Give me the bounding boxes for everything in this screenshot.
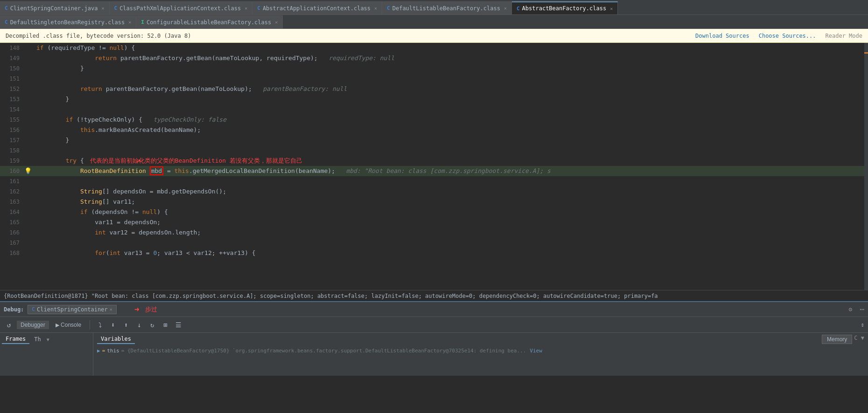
view-link[interactable]: View: [530, 346, 542, 356]
download-sources-link[interactable]: Download Sources: [695, 33, 749, 39]
var-value: = {DefaultListableBeanFactory@1750} `org…: [121, 346, 526, 356]
code-line-148: 148 if (requiredType != null) {: [0, 43, 864, 53]
toolbar-separator: [90, 320, 90, 330]
code-line-149: 149 return parentBeanFactory.getBean(nam…: [0, 53, 864, 63]
notice-links: Download Sources Choose Sources... Reade…: [695, 33, 862, 39]
debug-tooltip-bar: {RootBeanDefinition@1871} "Root bean: cl…: [0, 290, 868, 301]
code-line-168: 168 for(int var13 = 0; var13 < var12; ++…: [0, 248, 864, 258]
memory-area: Memory C ▼: [818, 333, 868, 376]
tab-ClientSpringContainer[interactable]: C ClientSpringContainer.java ✕: [0, 1, 110, 14]
step-out-button[interactable]: ⬆: [121, 320, 131, 330]
grid-view-button[interactable]: ⊞: [160, 320, 170, 330]
reader-mode-link[interactable]: Reader Mode: [826, 33, 862, 39]
choose-sources-link[interactable]: Choose Sources...: [759, 33, 816, 39]
class-file-icon5: C: [5, 19, 8, 25]
debugger-tab-button[interactable]: Debugger: [17, 321, 49, 329]
class-file-icon3: C: [387, 5, 390, 11]
tab-ClassPathXml[interactable]: C ClassPathXmlApplicationContext.class ✕: [110, 1, 253, 14]
tab-AbstractBeanFactory[interactable]: C AbstractBeanFactory.class ✕: [512, 1, 618, 14]
debug-panel: Debug: C ClientSpringContainer ✕ ➜ 步过 ⚙ …: [0, 301, 868, 376]
step-over-label: 步过: [145, 305, 157, 314]
var-equals-icon: =: [102, 346, 105, 356]
interface-file-icon: I: [141, 19, 144, 25]
class-file-icon: C: [114, 5, 118, 11]
evaluate-button[interactable]: ↻: [147, 320, 157, 330]
close-tab1-icon[interactable]: ✕: [101, 6, 104, 11]
debug-content: Frames Th ▼ Variables ▶ = this = {Defaul…: [0, 333, 868, 376]
debug-header: Debug: C ClientSpringContainer ✕ ➜ 步过 ⚙ …: [0, 302, 868, 317]
class-file-icon2: C: [257, 5, 260, 11]
debug-title-label: Debug:: [4, 306, 24, 313]
close-tab6-icon[interactable]: ✕: [128, 20, 131, 25]
code-line-164: 164 if (dependsOn != null) {: [0, 207, 864, 217]
debug-session-tab[interactable]: C ClientSpringContainer ✕: [28, 305, 116, 314]
console-tab-button[interactable]: ▶ Console: [52, 321, 85, 329]
debug-toolbar: ↺ Debugger ▶ Console ⤵ ⬇ ⬆ ↓ ↻ ⊞ ☰ ⇕: [0, 317, 868, 333]
list-view-button[interactable]: ☰: [173, 320, 183, 330]
tab-bar-row2: C DefaultSingletonBeanRegistry.class ✕ I…: [0, 15, 868, 29]
restart-debug-button[interactable]: ↺: [4, 320, 14, 330]
code-line-157: 157 }: [0, 135, 864, 145]
close-tab5-icon[interactable]: ✕: [610, 6, 613, 11]
code-line-155: 155 if (!typeCheckOnly) { typeCheckOnly:…: [0, 115, 864, 125]
code-line-160: 160 💡 RootBeanDefinition mbd = this.getM…: [0, 166, 864, 176]
settings-gear-icon[interactable]: ⚙: [849, 306, 853, 313]
code-line-165: 165 var11 = dependsOn;: [0, 217, 864, 227]
close-tab2-icon[interactable]: ✕: [245, 6, 247, 11]
tab-ConfigurableListableBeanFactory[interactable]: I ConfigurableListableBeanFactory.class …: [136, 15, 283, 28]
run-to-cursor-button[interactable]: ↓: [134, 320, 144, 330]
code-line-151: 151: [0, 74, 864, 84]
code-line-158: 158 代表的是当前初始化类的父类的BeanDefinition 若没有父类，那…: [0, 145, 864, 156]
code-line-163: 163 String[] var11;: [0, 197, 864, 207]
panel-resize-handle[interactable]: ⇕: [861, 321, 864, 328]
code-line-166: 166 int var12 = dependsOn.length;: [0, 227, 864, 238]
notice-text: Decompiled .class file, bytecode version…: [6, 33, 191, 39]
code-line-167: 167: [0, 238, 864, 248]
var-name: this: [107, 346, 119, 356]
debug-panel-expand-icon[interactable]: ⋯: [860, 305, 864, 314]
code-line-153: 153 }: [0, 94, 864, 104]
code-line-150: 150 }: [0, 63, 864, 74]
memory-expand-icon[interactable]: C ▼: [854, 335, 864, 341]
java-file-icon: C: [5, 5, 8, 11]
threads-expand-icon[interactable]: ▼: [47, 337, 49, 342]
code-line-152: 152 return parentBeanFactory.getBean(nam…: [0, 84, 864, 94]
memory-button[interactable]: Memory: [822, 335, 852, 344]
editor-area: 148 if (requiredType != null) { 149 retu…: [0, 43, 868, 290]
close-tab7-icon[interactable]: ✕: [275, 20, 278, 25]
class-file-icon4: C: [517, 6, 520, 12]
code-line-159: 159 try {: [0, 156, 864, 166]
code-line-156: 156 this.markBeanAsCreated(beanName);: [0, 125, 864, 135]
debug-session-icon: C: [32, 306, 35, 312]
expand-vars-icon[interactable]: ▶: [97, 346, 100, 356]
debug-frames-panel: Frames Th ▼: [0, 333, 93, 376]
debug-session-label: ClientSpringContainer: [37, 306, 108, 313]
variables-tab-row: Variables: [97, 335, 814, 344]
code-line-154: 154: [0, 104, 864, 115]
variables-tab[interactable]: Variables: [97, 335, 135, 344]
step-over-arrow: ➜: [134, 304, 140, 314]
debug-variables-panel: Variables ▶ = this = {DefaultListableBea…: [93, 333, 818, 376]
code-line-161: 161: [0, 176, 864, 186]
step-over-button[interactable]: ⤵: [95, 320, 105, 330]
minimap: [864, 43, 868, 290]
tab-bar-row1: C ClientSpringContainer.java ✕ C ClassPa…: [0, 0, 868, 15]
close-tab3-icon[interactable]: ✕: [374, 6, 377, 11]
close-tab4-icon[interactable]: ✕: [504, 6, 507, 11]
tab-DefaultSingletonBeanRegistry[interactable]: C DefaultSingletonBeanRegistry.class ✕: [0, 15, 136, 28]
decompile-notice-bar: Decompiled .class file, bytecode version…: [0, 29, 868, 43]
code-line-162: 162 String[] dependsOn = mbd.getDependsO…: [0, 186, 864, 197]
frames-tab-row: Frames Th ▼: [2, 335, 91, 344]
tab-DefaultListableBeanFactory[interactable]: C DefaultListableBeanFactory.class ✕: [382, 1, 512, 14]
tab-AbstractApplicationContext[interactable]: C AbstractApplicationContext.class ✕: [252, 1, 382, 14]
variables-row-this: ▶ = this = {DefaultListableBeanFactory@1…: [97, 346, 814, 356]
frames-tab[interactable]: Frames: [2, 335, 29, 344]
threads-tab[interactable]: Th: [30, 335, 44, 344]
console-icon: ▶: [56, 322, 59, 328]
step-into-button[interactable]: ⬇: [108, 320, 118, 330]
close-session-icon[interactable]: ✕: [110, 307, 112, 312]
minimap-marker: [864, 52, 868, 54]
